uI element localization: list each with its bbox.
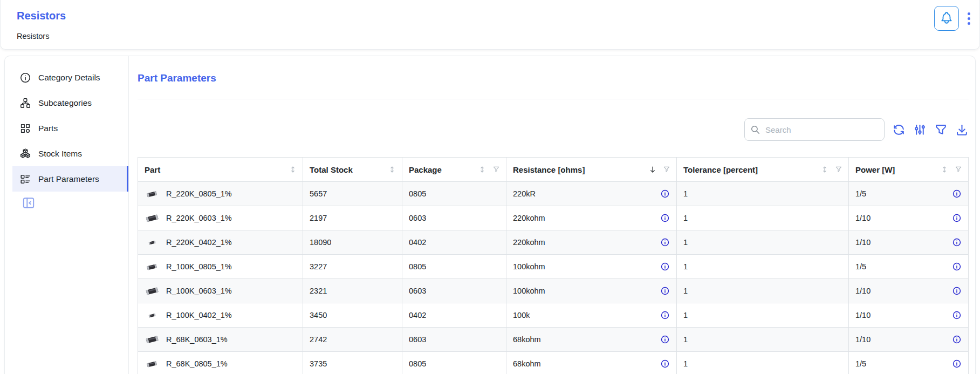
package-value: 0603 — [409, 335, 426, 344]
info-circle-icon — [19, 72, 31, 84]
info-icon[interactable] — [952, 213, 962, 223]
category-sidebar: Category Details Subcategories Parts Sto… — [5, 56, 129, 374]
info-icon[interactable] — [660, 262, 670, 271]
tolerance-value: 1 — [683, 287, 688, 295]
info-icon[interactable] — [952, 237, 962, 247]
info-icon[interactable] — [660, 359, 670, 369]
info-icon[interactable] — [952, 262, 962, 271]
part-thumbnail-icon — [145, 240, 159, 245]
info-icon[interactable] — [660, 213, 670, 223]
column-filter-icon[interactable] — [662, 165, 671, 174]
power-value: 1/10 — [855, 214, 871, 222]
info-icon[interactable] — [952, 189, 962, 199]
column-header-power-w[interactable]: Power [W] — [848, 158, 968, 181]
info-icon[interactable] — [952, 359, 962, 369]
sidebar-item-stock-items[interactable]: Stock Items — [12, 141, 128, 166]
search-input[interactable] — [765, 125, 879, 134]
table-row[interactable]: R_100K_0402_1% 3450 0402 100k 1 1/10 — [138, 303, 968, 327]
tolerance-value: 1 — [683, 214, 688, 222]
total-stock-value: 2742 — [310, 335, 327, 344]
power-value: 1/5 — [855, 189, 866, 198]
info-icon[interactable] — [660, 189, 670, 199]
total-stock-value: 2197 — [310, 214, 327, 222]
column-filter-icon[interactable] — [954, 165, 963, 174]
package-value: 0805 — [409, 189, 426, 198]
column-filter-icon[interactable] — [834, 165, 843, 174]
sidebar-item-category-details[interactable]: Category Details — [12, 65, 128, 90]
total-stock-value: 18090 — [310, 238, 331, 247]
info-icon[interactable] — [952, 335, 962, 344]
resistance-value: 220kohm — [513, 214, 545, 222]
page-title: Resistors — [17, 10, 66, 22]
resistance-value: 68kohm — [513, 335, 541, 344]
resistance-value: 220kR — [513, 189, 536, 198]
part-name: R_100K_0603_1% — [166, 287, 232, 295]
sort-icon[interactable] — [940, 165, 949, 174]
table-row[interactable]: R_220K_0402_1% 18090 0402 220kohm 1 1/10 — [138, 230, 968, 254]
table-row[interactable]: R_68K_0805_1% 3735 0805 68kohm 1 1/5 — [138, 351, 968, 374]
sort-icon[interactable] — [388, 165, 396, 174]
refresh-icon[interactable] — [892, 123, 906, 137]
list-details-icon — [19, 173, 31, 185]
power-value: 1/10 — [855, 238, 871, 247]
sort-desc-icon[interactable] — [648, 165, 657, 174]
info-icon[interactable] — [660, 310, 670, 320]
total-stock-value: 3735 — [310, 359, 327, 368]
column-header-total-stock[interactable]: Total Stock — [303, 158, 402, 181]
tolerance-value: 1 — [683, 359, 688, 368]
power-value: 1/10 — [855, 311, 871, 319]
info-icon[interactable] — [952, 310, 962, 320]
total-stock-value: 3227 — [310, 262, 327, 271]
info-icon[interactable] — [660, 286, 670, 296]
collapse-sidebar-button[interactable] — [22, 196, 36, 210]
part-thumbnail-icon — [145, 191, 159, 198]
info-icon[interactable] — [952, 286, 962, 296]
sidebar-item-part-parameters[interactable]: Part Parameters — [12, 166, 128, 192]
part-name: R_68K_0805_1% — [166, 359, 228, 368]
power-value: 1/5 — [855, 359, 866, 368]
table-header-row: Part Total Stock Package Resistance [ohm… — [138, 158, 968, 181]
table-row[interactable]: R_68K_0603_1% 2742 0603 68kohm 1 1/10 — [138, 327, 968, 351]
tolerance-value: 1 — [683, 311, 688, 319]
info-icon[interactable] — [660, 237, 670, 247]
part-thumbnail-icon — [145, 313, 159, 318]
category-icon — [19, 123, 31, 134]
part-name: R_220K_0603_1% — [166, 214, 232, 222]
table-search[interactable] — [744, 118, 885, 141]
filter-icon[interactable] — [934, 123, 948, 137]
breadcrumb[interactable]: Resistors — [17, 32, 49, 40]
column-filter-icon[interactable] — [492, 165, 501, 174]
info-icon[interactable] — [660, 335, 670, 344]
package-value: 0805 — [409, 262, 426, 271]
column-header-resistance-ohms[interactable]: Resistance [ohms] — [506, 158, 676, 181]
tolerance-value: 1 — [683, 335, 688, 344]
part-parameters-table: Part Total Stock Package Resistance [ohm… — [138, 157, 969, 374]
sidebar-collapse-icon — [22, 202, 36, 212]
package-value: 0402 — [409, 238, 426, 247]
sidebar-item-parts[interactable]: Parts — [12, 115, 128, 141]
column-header-tolerance-percent[interactable]: Tolerance [percent] — [676, 158, 848, 181]
table-row[interactable]: R_100K_0603_1% 2321 0603 100kohm 1 1/10 — [138, 278, 968, 303]
column-header-package[interactable]: Package — [402, 158, 506, 181]
part-thumbnail-icon — [145, 335, 159, 344]
bell-icon — [940, 11, 954, 26]
sort-icon[interactable] — [289, 165, 297, 174]
table-row[interactable]: R_220K_0805_1% 5657 0805 220kR 1 1/5 — [138, 181, 968, 206]
table-row[interactable]: R_100K_0805_1% 3227 0805 100kohm 1 1/5 — [138, 254, 968, 278]
notifications-button[interactable] — [934, 6, 959, 31]
resistance-value: 220kohm — [513, 238, 545, 247]
package-value: 0603 — [409, 214, 426, 222]
total-stock-value: 3450 — [310, 311, 327, 319]
download-icon[interactable] — [955, 123, 969, 137]
sidebar-item-subcategories[interactable]: Subcategories — [12, 90, 128, 115]
sort-icon[interactable] — [820, 165, 829, 174]
search-icon — [750, 125, 760, 135]
total-stock-value: 5657 — [310, 189, 327, 198]
column-header-part[interactable]: Part — [138, 158, 303, 181]
adjustments-icon[interactable] — [913, 123, 927, 137]
overflow-menu-button[interactable] — [965, 10, 972, 28]
sort-icon[interactable] — [478, 165, 486, 174]
main-panel: Category Details Subcategories Parts Sto… — [4, 56, 976, 374]
table-row[interactable]: R_220K_0603_1% 2197 0603 220kohm 1 1/10 — [138, 206, 968, 230]
package-value: 0805 — [409, 359, 426, 368]
